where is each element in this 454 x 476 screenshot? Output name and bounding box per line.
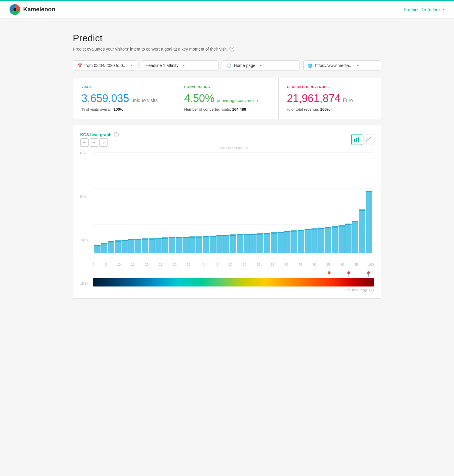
bar-23 <box>250 234 256 253</box>
conversions-unit: of average conversion <box>217 98 258 103</box>
visits-unit: unique visits <box>132 98 158 103</box>
bar-9 <box>155 238 161 253</box>
visits-main-number: 3,659,035 <box>82 92 129 105</box>
bar-top-18 <box>216 235 223 236</box>
bar-top-7 <box>142 239 148 240</box>
bar-top-22 <box>244 234 250 235</box>
heatmap-bar <box>93 278 374 286</box>
bar-11 <box>169 237 175 253</box>
subtitle-help-icon[interactable]: ? <box>230 47 234 51</box>
bar-16 <box>203 236 209 253</box>
bar-top-10 <box>162 237 168 239</box>
heatmap-section: 📍 📍 📍 KCS heat range ? <box>93 271 374 292</box>
x-tick-25: 25 <box>159 263 163 266</box>
svg-rect-0 <box>354 139 355 142</box>
line-chart-icon <box>366 137 371 142</box>
page-filter[interactable]: 🕐 Home page <box>222 60 300 71</box>
heatmap-help-icon[interactable]: ? <box>369 288 374 292</box>
bar-7 <box>142 239 148 253</box>
visits-stat: VISITS 3,659,035 unique visits % of visi… <box>73 78 176 119</box>
bar-17 <box>210 236 216 253</box>
bar-10 <box>162 237 168 253</box>
bar-12 <box>176 237 182 253</box>
conversions-label: CONVERSIONS <box>184 85 270 89</box>
bar-top-15 <box>196 237 202 238</box>
bar-1 <box>101 243 107 253</box>
bar-6 <box>135 239 141 253</box>
bar-24 <box>257 234 263 253</box>
revenues-stat: GENERATED REVENUES 21,961,874 Euro % of … <box>279 78 381 119</box>
x-tick-55: 55 <box>243 263 246 266</box>
bar-20 <box>230 234 236 253</box>
x-tick-85: 85 <box>326 263 330 266</box>
bar-18 <box>216 235 223 253</box>
user-menu[interactable]: Frederic De Todaro <box>404 7 444 12</box>
url-filter[interactable]: 🌐 https://www.media... <box>303 60 381 71</box>
y-axis-labels: 15 % 10 % 5 % 0 % <box>80 151 93 292</box>
bar-top-5 <box>128 239 134 240</box>
line-chart-button[interactable] <box>363 134 374 145</box>
bar-top-23 <box>250 234 256 235</box>
bar-top-26 <box>271 232 277 234</box>
bar-chart-button[interactable] <box>351 134 362 145</box>
date-filter[interactable]: 📅 from 03/04/2020 to 0... <box>73 60 138 71</box>
user-name: Frederic De Todaro <box>404 7 440 12</box>
bar-22 <box>244 234 250 253</box>
bar-14 <box>189 237 195 253</box>
x-tick-35: 35 <box>187 263 190 266</box>
x-tick-70: 70 <box>285 263 288 266</box>
y-tick-15: 15 % <box>80 282 91 285</box>
bar-15 <box>196 237 202 253</box>
bar-8 <box>149 239 155 253</box>
zoom-plus-button[interactable]: + <box>90 138 98 147</box>
bar-37 <box>345 224 351 253</box>
logo-area: Kameleoon <box>10 4 55 15</box>
bar-40 <box>366 191 372 253</box>
svg-rect-1 <box>356 138 357 142</box>
revenues-sub: % of total revenue: 100% <box>287 107 373 112</box>
logo-icon <box>10 4 20 15</box>
svg-rect-2 <box>358 137 359 142</box>
bar-30 <box>298 230 304 253</box>
conversions-sub-value: 164,489 <box>232 107 246 112</box>
clock-icon: 🕐 <box>227 63 231 68</box>
x-tick-100: 100 <box>368 263 374 266</box>
bar-31 <box>305 229 311 253</box>
bar-top-39 <box>359 209 365 211</box>
chart-help-icon[interactable]: ? <box>114 132 119 137</box>
bar-top-6 <box>135 239 141 240</box>
bar-19 <box>223 235 229 253</box>
revenues-unit: Euro <box>343 98 353 103</box>
bar-top-33 <box>318 228 324 229</box>
pin-icon-3: 📍 <box>365 271 372 278</box>
x-tick-20: 20 <box>145 263 149 266</box>
visits-sub: % of visits overall: 100% <box>82 107 167 112</box>
bar-top-32 <box>311 228 318 230</box>
zoom-minus-button[interactable]: − <box>80 138 89 147</box>
bar-top-13 <box>182 237 189 238</box>
visits-sub-text: % of visits overall: <box>82 107 113 112</box>
bar-top-3 <box>115 240 121 242</box>
bar-39 <box>359 209 365 253</box>
headline-filter[interactable]: Headline 1 affinity <box>141 60 219 71</box>
expand-button[interactable]: ⤢ <box>99 138 108 147</box>
chart-title: KCS heat graph <box>80 132 112 137</box>
bar-top-37 <box>345 224 351 225</box>
bar-top-11 <box>169 237 175 238</box>
stats-panel: VISITS 3,659,035 unique visits % of visi… <box>73 78 381 119</box>
bar-top-31 <box>305 229 311 230</box>
subtitle-text: Predict evaluates your visitors' intent … <box>73 47 228 51</box>
revenues-label: GENERATED REVENUES <box>287 85 373 89</box>
bar-26 <box>271 232 277 253</box>
bar-top-21 <box>237 234 243 235</box>
x-tick-90: 90 <box>340 263 344 266</box>
conversions-stat: CONVERSIONS 4.50% of average conversion … <box>176 78 279 119</box>
bar-top-19 <box>223 235 229 236</box>
conversions-sub: Number of converted visits: 164,489 <box>184 107 270 112</box>
x-tick-50: 50 <box>229 263 232 266</box>
bar-3 <box>115 240 121 253</box>
bar-34 <box>325 227 331 253</box>
x-tick-45: 45 <box>215 263 218 266</box>
bar-top-8 <box>149 239 155 240</box>
x-tick-95: 95 <box>354 263 358 266</box>
